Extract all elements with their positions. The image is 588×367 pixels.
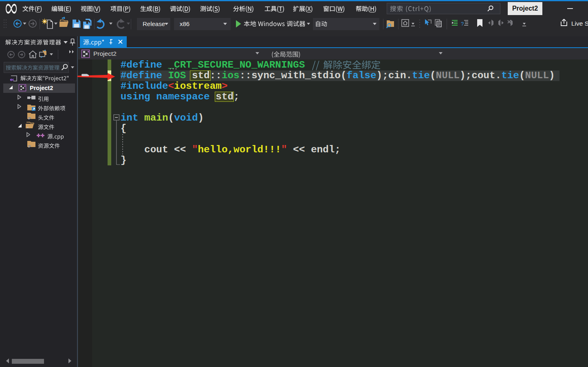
svg-text:?: ? (461, 21, 464, 27)
